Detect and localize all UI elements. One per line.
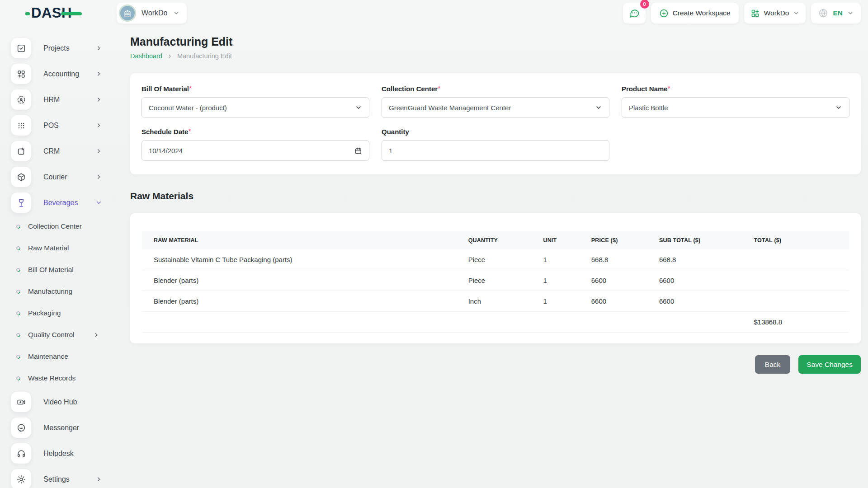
schedule-date-input[interactable] [149, 141, 354, 160]
sidebar-label: Projects [43, 44, 70, 52]
cell-price: 6600 [587, 291, 655, 312]
chevron-right-icon [167, 53, 173, 59]
grand-total-row: $13868.8 [142, 312, 849, 333]
quantity-label: Quantity [382, 128, 409, 136]
sidebar-item-crm[interactable]: CRM [11, 138, 117, 164]
col-total: TOTAL ($) [749, 231, 849, 249]
col-raw-material: RAW MATERIAL [142, 231, 464, 249]
hrm-icon [11, 89, 31, 110]
chevron-down-icon [793, 10, 799, 16]
language-label: EN [833, 9, 843, 17]
app-menu-label: WorkDo [764, 9, 789, 17]
headphones-icon [11, 443, 31, 464]
sidebar-subitem-waste-records[interactable]: Waste Records [11, 367, 117, 389]
sidebar-subitem-maintenance[interactable]: Maintenance [11, 346, 117, 367]
sidebar-item-messenger[interactable]: Messenger [11, 415, 117, 441]
cell-price: 6600 [587, 270, 655, 291]
beverages-glass-icon [11, 192, 31, 213]
chevron-down-icon [173, 10, 179, 16]
sidebar-sublabel: Collection Center [28, 222, 82, 230]
sidebar-sublabel: Packaging [28, 309, 61, 317]
collection-center-select[interactable]: GreenGuard Waste Management Center [382, 97, 609, 118]
sidebar-sublabel: Quality Control [28, 331, 75, 339]
chevron-right-icon [95, 96, 102, 103]
sidebar-subitem-packaging[interactable]: Packaging [11, 302, 117, 324]
sidebar-item-settings[interactable]: Settings [11, 466, 117, 488]
sidebar-subitem-collection-center[interactable]: Collection Center [11, 216, 117, 237]
sidebar-item-beverages[interactable]: Beverages [11, 190, 117, 216]
sidebar-label: Accounting [43, 70, 79, 78]
sidebar-subitem-bill-of-material[interactable]: Bill Of Material [11, 259, 117, 281]
sidebar-item-accounting[interactable]: Accounting [11, 61, 117, 87]
chevron-right-icon [95, 174, 102, 180]
cell-quantity: Piece [464, 249, 539, 270]
sidebar-item-hrm[interactable]: HRM [11, 87, 117, 113]
courier-box-icon [11, 167, 31, 187]
app-menu-button[interactable]: WorkDo [744, 3, 806, 23]
schedule-date-label: Schedule Date [142, 128, 188, 136]
required-mark: * [189, 85, 192, 93]
required-mark: * [438, 85, 440, 93]
dash-logo[interactable]: DASH [25, 5, 82, 21]
col-price: PRICE ($) [587, 231, 655, 249]
chevron-right-icon [95, 476, 102, 483]
sidebar-subitem-raw-material[interactable]: Raw Material [11, 237, 117, 259]
sidebar-label: Settings [43, 475, 70, 483]
pos-icon [11, 115, 31, 136]
sidebar-item-helpdesk[interactable]: Helpdesk [11, 441, 117, 466]
sidebar-subitem-quality-control[interactable]: Quality Control [11, 324, 117, 346]
breadcrumb-current: Manufacturing Edit [177, 52, 232, 60]
sidebar-item-pos[interactable]: POS [11, 113, 117, 138]
cell-sub-total: 668.8 [655, 249, 750, 270]
bullet-icon [15, 375, 21, 381]
chevron-down-icon [355, 104, 362, 111]
calendar-icon[interactable] [354, 147, 362, 155]
sidebar-label: Video Hub [43, 398, 77, 406]
grid-plus-icon [750, 9, 760, 18]
save-changes-button[interactable]: Save Changes [798, 355, 861, 374]
sidebar-label: CRM [43, 147, 60, 155]
cell-price: 668.8 [587, 249, 655, 270]
field-quantity: Quantity [382, 128, 609, 161]
workspace-switcher[interactable]: WorkDo [117, 3, 187, 23]
sidebar-sublabel: Bill Of Material [28, 266, 74, 274]
sidebar: Projects Accounting [0, 26, 117, 488]
product-name-value: Plastic Bottle [629, 104, 835, 112]
table-row: Blender (parts) Piece 1 6600 6600 [142, 270, 849, 291]
col-quantity: QUANTITY [464, 231, 539, 249]
sidebar-item-video-hub[interactable]: Video Hub [11, 389, 117, 415]
quantity-input[interactable] [389, 141, 602, 160]
chevron-right-icon [93, 332, 99, 338]
messages-button[interactable]: 0 [623, 3, 646, 23]
cell-total [749, 249, 849, 270]
col-unit: UNIT [538, 231, 586, 249]
cell-material: Blender (parts) [142, 291, 464, 312]
video-camera-icon [11, 392, 31, 412]
field-collection-center: Collection Center* GreenGuard Waste Mana… [382, 85, 609, 118]
sidebar-label: Messenger [43, 424, 79, 432]
sidebar-item-courier[interactable]: Courier [11, 164, 117, 190]
raw-materials-heading: Raw Materials [130, 191, 861, 202]
beverages-submenu: Collection Center Raw Material Bill Of M… [11, 216, 117, 389]
sidebar-sublabel: Raw Material [28, 244, 69, 252]
bullet-icon [15, 310, 21, 316]
sidebar-item-projects[interactable]: Projects [11, 35, 117, 61]
cell-sub-total: 6600 [655, 291, 750, 312]
cell-unit: 1 [538, 291, 586, 312]
back-button[interactable]: Back [755, 355, 790, 374]
cell-material: Blender (parts) [142, 270, 464, 291]
field-bill-of-material: Bill Of Material* Coconut Water - (produ… [142, 85, 369, 118]
product-name-select[interactable]: Plastic Bottle [622, 97, 849, 118]
messages-badge: 0 [640, 0, 649, 9]
sidebar-subitem-manufacturing[interactable]: Manufacturing [11, 281, 117, 302]
create-workspace-button[interactable]: Create Workspace [651, 3, 739, 23]
workspace-label: WorkDo [142, 9, 168, 17]
sidebar-label: Courier [43, 173, 67, 181]
breadcrumb-dashboard-link[interactable]: Dashboard [130, 52, 162, 60]
language-selector[interactable]: EN [811, 3, 861, 23]
workspace-avatar [119, 5, 136, 22]
bill-of-material-select[interactable]: Coconut Water - (product) [142, 97, 369, 118]
cell-total [749, 291, 849, 312]
sidebar-label: Beverages [43, 199, 78, 207]
crm-icon [11, 141, 31, 161]
